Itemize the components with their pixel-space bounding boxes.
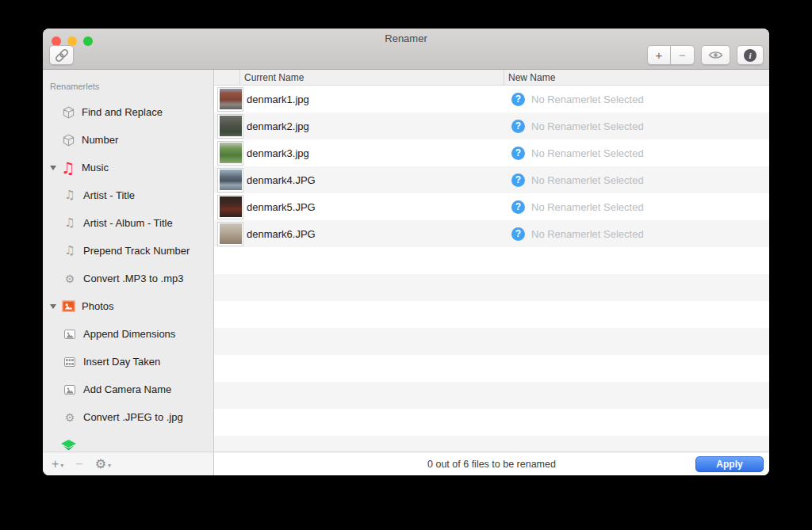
sidebar-header: Renamerlets	[50, 82, 213, 91]
sidebar-item-label: Convert .JPEG to .jpg	[83, 411, 183, 423]
table-row[interactable]: denmark6.JPG ? No Renamerlet Selected	[214, 220, 769, 247]
apply-button[interactable]: Apply	[695, 456, 764, 472]
sidebar-item-find-and-replace[interactable]: Find and Replace	[43, 98, 213, 126]
add-files-button[interactable]: +	[647, 45, 671, 65]
sidebar-item-convert-mp3-to-mp3[interactable]: ⚙Convert .MP3 to .mp3	[43, 265, 213, 292]
sidebar-item-label: Find and Replace	[82, 106, 163, 118]
table-row-empty	[214, 301, 769, 328]
sidebar-item-label: Music	[82, 162, 109, 173]
table-row-empty	[214, 247, 769, 274]
disclosure-triangle-icon[interactable]	[48, 304, 59, 309]
current-name-cell: denmark2.jpg	[244, 120, 504, 132]
action-menu-button[interactable]: ⚙▾	[95, 458, 111, 471]
music-red-icon: ♫	[59, 160, 78, 176]
current-name-cell: denmark1.jpg	[244, 93, 504, 105]
add-renamerlet-button[interactable]: +▾	[52, 458, 63, 471]
new-name-status: No Renamerlet Selected	[531, 120, 644, 132]
info-icon: i	[744, 49, 756, 62]
music-note-icon: ♫	[60, 189, 79, 201]
status-text: 0 out of 6 files to be renamed	[427, 459, 556, 470]
help-icon: ?	[511, 147, 525, 160]
sidebar: Renamerlets Find and ReplaceNumber♫Music…	[43, 70, 214, 475]
sidebar-item-append-dimensions[interactable]: Append Dimensions	[43, 320, 213, 348]
sidebar-item-artist-album-title[interactable]: ♫Artist - Album - Title	[43, 209, 213, 237]
new-name-status: No Renamerlet Selected	[531, 174, 644, 186]
table-row-empty	[214, 436, 769, 452]
help-icon: ?	[511, 200, 525, 214]
column-header-icon[interactable]	[214, 70, 240, 85]
help-icon: ?	[511, 227, 525, 241]
table-row[interactable]: denmark1.jpg ? No Renamerlet Selected	[214, 86, 769, 112]
table-row-empty	[214, 382, 769, 409]
help-icon: ?	[511, 120, 525, 133]
eye-icon	[708, 50, 723, 60]
file-thumbnail	[218, 223, 243, 246]
photo-icon	[60, 330, 79, 339]
sidebar-item-number[interactable]: Number	[43, 126, 213, 154]
film-icon	[60, 357, 79, 367]
table-row[interactable]: denmark2.jpg ? No Renamerlet Selected	[214, 112, 769, 139]
disclosure-triangle-icon[interactable]	[48, 166, 59, 170]
remove-files-button[interactable]: −	[671, 45, 695, 65]
toolbar: Renamer + − i	[43, 29, 769, 70]
file-thumbnail	[218, 169, 243, 192]
new-name-cell: ? No Renamerlet Selected	[504, 227, 769, 241]
new-name-status: No Renamerlet Selected	[531, 201, 644, 213]
sidebar-item-photos[interactable]: Photos	[43, 292, 213, 320]
sidebar-item-music[interactable]: ♫Music	[43, 154, 213, 181]
status-bar: 0 out of 6 files to be renamed Apply	[214, 452, 769, 475]
app-window: Renamer + − i Renamerlets Find	[43, 29, 769, 475]
current-name-cell: denmark6.JPG	[244, 228, 504, 240]
add-renamerlet-icon: +	[52, 458, 59, 471]
new-name-cell: ? No Renamerlet Selected	[504, 173, 769, 187]
photo-icon	[60, 385, 79, 395]
table-row[interactable]: denmark5.JPG ? No Renamerlet Selected	[214, 193, 769, 220]
file-thumbnail	[218, 115, 243, 138]
new-name-cell: ? No Renamerlet Selected	[504, 120, 769, 133]
table-row[interactable]: denmark3.jpg ? No Renamerlet Selected	[214, 139, 769, 166]
thumbnail-cell	[214, 115, 244, 138]
cube-icon	[59, 134, 78, 147]
current-name-cell: denmark5.JPG	[244, 201, 504, 213]
music-note-icon: ♫	[60, 217, 79, 229]
sidebar-item-label: Artist - Album - Title	[83, 217, 173, 229]
column-header-current-name[interactable]: Current Name	[240, 70, 504, 85]
sidebar-item-label: Insert Day Taken	[83, 356, 160, 368]
link-icon	[54, 49, 70, 62]
file-thumbnail	[218, 88, 243, 111]
photos-orange-icon	[59, 300, 78, 312]
chevron-down-icon: ▾	[108, 463, 111, 469]
table-header: Current Name New Name	[214, 70, 769, 86]
new-name-status: No Renamerlet Selected	[531, 228, 644, 240]
new-name-status: No Renamerlet Selected	[531, 93, 644, 105]
info-button[interactable]: i	[737, 45, 764, 65]
preview-button[interactable]	[701, 45, 730, 65]
add-remove-segment: + −	[647, 45, 695, 65]
sidebar-item-insert-day-taken[interactable]: Insert Day Taken	[43, 348, 213, 376]
action-menu-icon: ⚙	[95, 458, 106, 471]
sidebar-item-convert-jpeg-to-jpg[interactable]: ⚙Convert .JPEG to .jpg	[43, 403, 213, 431]
new-name-cell: ? No Renamerlet Selected	[504, 200, 769, 214]
sidebar-item-label: Add Camera Name	[83, 383, 171, 395]
column-header-new-name[interactable]: New Name	[504, 70, 769, 85]
sidebar-item-prepend-track-number[interactable]: ♫Prepend Track Number	[43, 237, 213, 265]
sidebar-item-label: Prepend Track Number	[83, 245, 190, 257]
new-name-status: No Renamerlet Selected	[531, 147, 644, 159]
window-title: Renamer	[43, 32, 769, 44]
chevron-down-icon: ▾	[60, 463, 63, 469]
table-row-empty	[214, 274, 769, 301]
table-row-empty	[214, 328, 769, 355]
link-files-button[interactable]	[49, 45, 74, 65]
sidebar-footer: +▾−⚙▾	[43, 452, 213, 475]
file-table: Current Name New Name denmark1.jpg ? No …	[214, 70, 769, 475]
table-row[interactable]: denmark4.JPG ? No Renamerlet Selected	[214, 166, 769, 193]
table-row-empty	[214, 355, 769, 382]
gear-icon: ⚙	[60, 412, 79, 423]
remove-renamerlet-button[interactable]: −	[75, 458, 82, 471]
sidebar-item-artist-title[interactable]: ♫Artist - Title	[43, 181, 213, 209]
music-note-icon: ♫	[60, 245, 79, 257]
new-name-cell: ? No Renamerlet Selected	[504, 147, 769, 160]
gear-icon: ⚙	[60, 273, 79, 284]
file-thumbnail	[218, 196, 243, 219]
sidebar-item-add-camera-name[interactable]: Add Camera Name	[43, 376, 213, 403]
